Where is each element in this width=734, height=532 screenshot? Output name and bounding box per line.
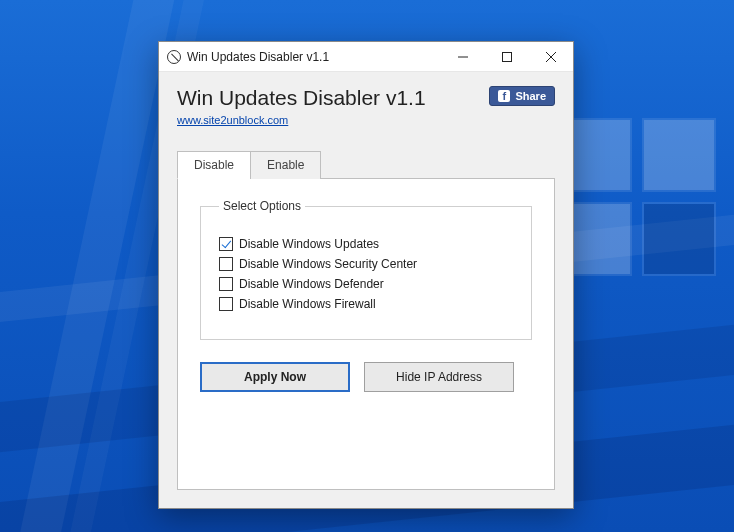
option-row[interactable]: Disable Windows Updates — [219, 237, 513, 251]
close-button[interactable] — [529, 42, 573, 72]
app-title: Win Updates Disabler v1.1 — [177, 86, 426, 110]
share-label: Share — [515, 90, 546, 102]
option-row[interactable]: Disable Windows Firewall — [219, 297, 513, 311]
titlebar[interactable]: Win Updates Disabler v1.1 — [159, 42, 573, 72]
desktop-background: Win Updates Disabler v1.1 Win Updates Di… — [0, 0, 734, 532]
app-icon — [167, 50, 181, 64]
share-button[interactable]: f Share — [489, 86, 555, 106]
app-window: Win Updates Disabler v1.1 Win Updates Di… — [158, 41, 574, 509]
option-label: Disable Windows Defender — [239, 277, 384, 291]
option-label: Disable Windows Firewall — [239, 297, 376, 311]
option-row[interactable]: Disable Windows Security Center — [219, 257, 513, 271]
hide-ip-button[interactable]: Hide IP Address — [364, 362, 514, 392]
minimize-icon — [458, 52, 468, 62]
maximize-button[interactable] — [485, 42, 529, 72]
checkbox[interactable] — [219, 297, 233, 311]
apply-button[interactable]: Apply Now — [200, 362, 350, 392]
site-link[interactable]: www.site2unblock.com — [177, 114, 288, 126]
options-group: Select Options Disable Windows UpdatesDi… — [200, 199, 532, 340]
windows-logo — [560, 120, 714, 274]
minimize-button[interactable] — [441, 42, 485, 72]
close-icon — [546, 52, 556, 62]
options-legend: Select Options — [219, 199, 305, 213]
window-title: Win Updates Disabler v1.1 — [187, 50, 329, 64]
tab-disable[interactable]: Disable — [177, 151, 251, 179]
window-content: Win Updates Disabler v1.1 www.site2unblo… — [159, 72, 573, 508]
option-row[interactable]: Disable Windows Defender — [219, 277, 513, 291]
tab-panel-disable: Select Options Disable Windows UpdatesDi… — [177, 178, 555, 490]
checkbox[interactable] — [219, 277, 233, 291]
option-label: Disable Windows Security Center — [239, 257, 417, 271]
svg-rect-1 — [503, 52, 512, 61]
checkbox[interactable] — [219, 237, 233, 251]
tab-strip: Disable Enable — [177, 150, 555, 178]
checkbox[interactable] — [219, 257, 233, 271]
maximize-icon — [502, 52, 512, 62]
option-label: Disable Windows Updates — [239, 237, 379, 251]
tab-enable[interactable]: Enable — [250, 151, 321, 179]
facebook-icon: f — [498, 90, 510, 102]
